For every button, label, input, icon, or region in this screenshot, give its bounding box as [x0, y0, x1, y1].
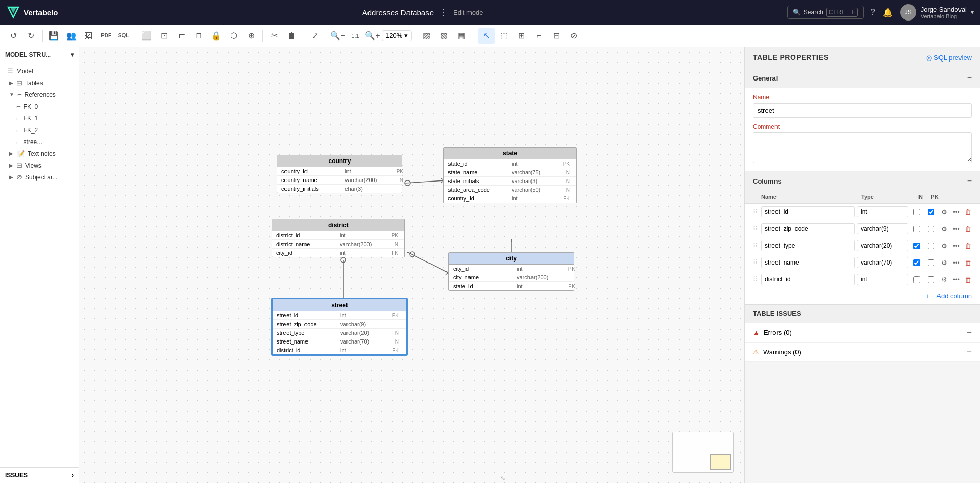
col-more-0[interactable]: •••	[951, 208, 962, 216]
sidebar-item-fk0[interactable]: ⌐ FK_0	[0, 100, 79, 112]
col-pk-checkbox-4[interactable]	[925, 276, 937, 283]
title-menu-icon[interactable]: ⋮	[439, 7, 448, 18]
rect-select-button[interactable]: ⬚	[496, 28, 512, 44]
col-type-input-4[interactable]	[857, 274, 908, 285]
warnings-row[interactable]: ⚠ Warnings (0) −	[745, 343, 980, 362]
col-name-input-2[interactable]	[761, 240, 855, 251]
col-pk-checkbox-3[interactable]	[925, 259, 937, 266]
zoom-ratio-button[interactable]: 1:1	[347, 28, 363, 44]
col-n-checkbox-1[interactable]	[910, 226, 923, 232]
step-button[interactable]: ⊟	[548, 28, 564, 44]
add-button[interactable]: ⊕	[243, 28, 259, 44]
col-type-input-0[interactable]	[857, 206, 908, 217]
sidebar-item-subject-areas[interactable]: ▶ ⊘ Subject ar...	[0, 171, 79, 183]
save-button[interactable]: 💾	[46, 28, 62, 44]
hatch2-button[interactable]: ▧	[436, 28, 452, 44]
fit-button[interactable]: ⤢	[307, 28, 323, 44]
col-gear-1[interactable]: ⚙	[939, 225, 949, 233]
col-gear-3[interactable]: ⚙	[939, 259, 949, 267]
col-type-input-1[interactable]	[857, 223, 908, 234]
general-section-header[interactable]: General −	[745, 68, 980, 88]
redo-button[interactable]: ↻	[23, 28, 39, 44]
notifications-icon[interactable]: 🔔	[883, 8, 893, 17]
resize-handle[interactable]: ⤡	[500, 475, 508, 483]
col-more-3[interactable]: •••	[951, 259, 962, 267]
cut-button[interactable]: ✂	[266, 28, 282, 44]
issues-bar[interactable]: ISSUES ›	[0, 467, 79, 483]
errors-row[interactable]: ▲ Errors (0) −	[745, 323, 980, 343]
col-pk-checkbox-0[interactable]	[925, 209, 937, 215]
col-name-input-3[interactable]	[761, 257, 855, 268]
hatch1-button[interactable]: ▨	[418, 28, 435, 44]
pdf-button[interactable]: PDF	[98, 28, 114, 44]
select-tool-button[interactable]: ↖	[478, 28, 495, 44]
hatch3-button[interactable]: ▦	[453, 28, 469, 44]
user-info[interactable]: JS Jorge Sandoval Vertabelo Blog ▾	[900, 4, 974, 21]
table-country[interactable]: country country_id int PK country_name v…	[277, 155, 402, 193]
delete-button[interactable]: 🗑	[283, 28, 300, 44]
logo[interactable]: Vertabelo	[6, 5, 58, 19]
table-city[interactable]: city city_id int PK city_name varchar(20…	[448, 252, 574, 291]
col-pk-checkbox-1[interactable]	[925, 226, 937, 232]
col-delete-0[interactable]: 🗑	[964, 208, 972, 216]
col-delete-4[interactable]: 🗑	[964, 276, 972, 284]
image-button[interactable]: 🖼	[80, 28, 97, 44]
sidebar-header[interactable]: MODEL STRU... ▾	[0, 47, 79, 63]
col-more-4[interactable]: •••	[951, 276, 962, 284]
col-type-input-3[interactable]	[857, 257, 908, 268]
table-state[interactable]: state state_id int PK state_name varchar…	[443, 147, 577, 203]
undo-button[interactable]: ↺	[5, 28, 22, 44]
col-drag-1[interactable]: ⠿	[753, 225, 759, 232]
table-district[interactable]: district district_id int PK district_nam…	[272, 219, 405, 257]
sidebar-item-tables[interactable]: ▶ ⊞ Tables	[0, 77, 79, 89]
table-draw-button[interactable]: ⊞	[513, 28, 529, 44]
col-name-input-0[interactable]	[761, 206, 855, 217]
sidebar-item-model[interactable]: ☰ Model	[0, 65, 79, 77]
add-column-button[interactable]: + + Add column	[745, 288, 980, 304]
col-more-2[interactable]: •••	[951, 242, 962, 250]
col-pk-checkbox-2[interactable]	[925, 243, 937, 249]
sidebar-item-street-ref[interactable]: ⌐ stree...	[0, 136, 79, 148]
zoom-select[interactable]: 120% ▾	[382, 30, 412, 41]
lock-button[interactable]: 🔒	[208, 28, 224, 44]
col-type-input-2[interactable]	[857, 240, 908, 251]
area-button[interactable]: ⊘	[565, 28, 582, 44]
zoom-out-button[interactable]: 🔍−	[330, 28, 346, 44]
zoom-in-button[interactable]: 🔍+	[364, 28, 381, 44]
group-button[interactable]: ⬡	[226, 28, 242, 44]
sql-button[interactable]: SQL	[115, 28, 132, 44]
sql-preview-button[interactable]: ◎ SQL preview	[926, 54, 972, 62]
col-drag-0[interactable]: ⠿	[753, 208, 759, 215]
comment-input[interactable]	[753, 132, 972, 163]
col-more-1[interactable]: •••	[951, 225, 962, 233]
col-n-checkbox-2[interactable]	[910, 243, 923, 249]
col-drag-4[interactable]: ⠿	[753, 276, 759, 283]
col-gear-0[interactable]: ⚙	[939, 208, 949, 216]
help-icon[interactable]: ?	[871, 8, 875, 17]
col-delete-3[interactable]: 🗑	[964, 259, 972, 267]
line-button[interactable]: ⌐	[530, 28, 547, 44]
search-bar[interactable]: 🔍 Search CTRL + F	[787, 6, 864, 19]
col-n-checkbox-4[interactable]	[910, 276, 923, 283]
col-delete-2[interactable]: 🗑	[964, 242, 972, 250]
col-gear-2[interactable]: ⚙	[939, 242, 949, 250]
col-drag-3[interactable]: ⠿	[753, 259, 759, 266]
col-n-checkbox-0[interactable]	[910, 209, 923, 215]
col-n-checkbox-3[interactable]	[910, 259, 923, 266]
sidebar-item-fk2[interactable]: ⌐ FK_2	[0, 124, 79, 136]
user-dropdown-icon[interactable]: ▾	[971, 9, 974, 16]
table-ref-button[interactable]: ⊏	[173, 28, 190, 44]
add-users-button[interactable]: 👥	[63, 28, 79, 44]
sidebar-item-fk1[interactable]: ⌐ FK_1	[0, 112, 79, 124]
minimap[interactable]	[672, 432, 734, 473]
edit-mode-label[interactable]: Edit mode	[453, 9, 483, 16]
col-gear-4[interactable]: ⚙	[939, 276, 949, 284]
table-street[interactable]: street street_id int PK street_zip_code …	[272, 298, 407, 355]
canvas[interactable]: country country_id int PK country_name v…	[79, 47, 744, 483]
sidebar-item-text-notes[interactable]: ▶ 📝 Text notes	[0, 148, 79, 159]
name-input[interactable]	[753, 103, 972, 118]
col-drag-2[interactable]: ⠿	[753, 242, 759, 249]
table-alt-button[interactable]: ⊡	[156, 28, 172, 44]
pointer-button[interactable]: ⊓	[191, 28, 207, 44]
col-delete-1[interactable]: 🗑	[964, 225, 972, 233]
